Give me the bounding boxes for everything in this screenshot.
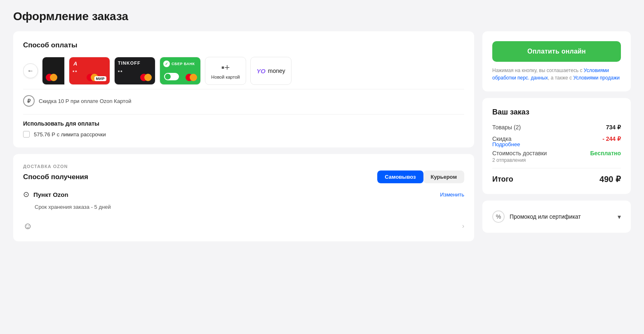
order-divider: [492, 168, 621, 168]
delivery-section: ДОСТАВКА OZON Способ получения Самовывоз…: [13, 154, 474, 241]
pay-button-card: Оплатить онлайн Нажимая на кнопку, вы со…: [482, 31, 631, 91]
location-icon: ⊙: [23, 190, 29, 199]
order-total-row: Итого 490 ₽: [492, 174, 621, 184]
pickup-point-name: Пункт Ozon: [33, 191, 436, 198]
order-summary-card: Ваш заказ Товары (2) 734 ₽ Скидка - 244 …: [482, 98, 631, 194]
promo-label: Промокод или сертификат: [510, 213, 581, 220]
new-card-label: Новой картой: [211, 75, 240, 79]
installment-label: 575.76 Р с лимита рассрочки: [34, 131, 106, 138]
alfa-card[interactable]: А ** МИР: [69, 57, 110, 85]
promo-card[interactable]: % Промокод или сертификат ▾: [482, 201, 631, 233]
new-card-icon: ▪+: [221, 62, 230, 73]
back-button[interactable]: ←: [23, 63, 38, 78]
total-label: Итого: [492, 175, 513, 184]
sber-card[interactable]: ✓ СБЕР БАНК: [160, 57, 201, 85]
consent-text: Нажимая на кнопку, вы соглашаетесь с Усл…: [492, 67, 621, 82]
storage-note: Срок хранения заказа - 5 дней: [35, 204, 464, 210]
yoo-logo: YO: [256, 68, 266, 75]
smile-row: ☺ ›: [23, 217, 464, 231]
details-link[interactable]: Подробнее: [492, 141, 621, 147]
delivery-point-row: ⊙ Пункт Ozon Изменить: [23, 190, 464, 199]
consent-link2[interactable]: Условиями продажи: [573, 75, 619, 81]
discount-note-text: Скидка 10 Р при оплате Ozon Картой: [39, 98, 131, 104]
items-label: Товары (2): [492, 124, 521, 131]
page-title: Оформление заказа: [13, 10, 631, 23]
installment-checkbox[interactable]: [23, 131, 30, 138]
installment-section: Использовать для оплаты 575.76 Р с лимит…: [23, 114, 464, 138]
new-card[interactable]: ▪+ Новой картой: [205, 57, 246, 85]
ruble-icon: ₽: [23, 95, 35, 107]
ozon-card[interactable]: [42, 57, 65, 85]
items-value: 734 ₽: [606, 124, 621, 131]
delivery-method-header: Способ получения Самовывоз Курьером: [23, 171, 464, 183]
pickup-button[interactable]: Самовывоз: [377, 171, 423, 183]
chevron-down-icon: ▾: [618, 213, 621, 221]
delivery-section-label: ДОСТАВКА OZON: [23, 164, 464, 169]
delivery-title: Способ получения: [23, 173, 88, 181]
delivery-value: Бесплатно: [590, 150, 621, 156]
promo-icon: %: [492, 210, 505, 223]
delivery-row: Стоимость доставки 2 отправления Бесплат…: [492, 150, 621, 163]
payment-section: Способ оплаты ← А **: [13, 31, 474, 147]
payment-methods: ← А ** МИР: [23, 57, 464, 85]
promo-row[interactable]: % Промокод или сертификат ▾: [492, 210, 621, 223]
smile-icon: ☺: [23, 221, 32, 231]
discount-note: ₽ Скидка 10 Р при оплате Ozon Картой: [23, 89, 464, 112]
total-value: 490 ₽: [599, 174, 621, 184]
chevron-right-icon: ›: [462, 222, 464, 230]
delivery-cost-label: Стоимость доставки: [492, 150, 547, 156]
installment-row: 575.76 Р с лимита рассрочки: [23, 131, 464, 138]
installment-title: Использовать для оплаты: [23, 120, 464, 127]
left-column: Способ оплаты ← А **: [13, 31, 474, 241]
yoo-money-text: money: [268, 68, 285, 74]
tinkoff-card[interactable]: TINKOFF **: [114, 57, 155, 85]
right-column: Оплатить онлайн Нажимая на кнопку, вы со…: [482, 31, 631, 233]
main-layout: Способ оплаты ← А **: [13, 31, 631, 241]
courier-button[interactable]: Курьером: [423, 171, 464, 183]
delivery-toggle: Самовывоз Курьером: [377, 171, 464, 183]
pay-online-button[interactable]: Оплатить онлайн: [492, 41, 621, 62]
items-row: Товары (2) 734 ₽: [492, 124, 621, 131]
change-link[interactable]: Изменить: [440, 192, 464, 198]
yoomoney-card[interactable]: YO money: [250, 57, 291, 85]
discount-value: - 244 ₽: [602, 135, 621, 142]
payment-title: Способ оплаты: [23, 41, 464, 49]
delivery-sub: 2 отправления: [492, 157, 547, 163]
order-summary-title: Ваш заказ: [492, 108, 621, 117]
